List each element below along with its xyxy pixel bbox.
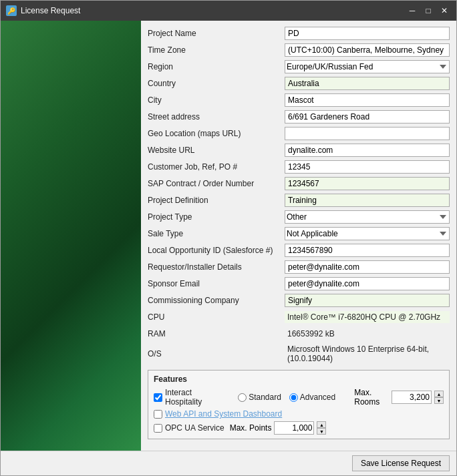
close-button[interactable]: ✕: [438, 4, 451, 17]
geo-row: Geo Location (maps URL): [148, 126, 450, 141]
radio-group: Standard Advanced Max. Rooms ▲ ▼: [238, 388, 444, 407]
region-label: Region: [148, 62, 285, 71]
region-row: Region Europe/UK/Russian Fed Asia Pacifi…: [148, 59, 450, 74]
features-title: Features: [154, 375, 444, 384]
standard-radio[interactable]: [238, 393, 247, 402]
website-label: Website URL: [148, 146, 285, 155]
project-def-label: Project Definition: [148, 196, 285, 205]
geo-label: Geo Location (maps URL): [148, 129, 285, 138]
sidebar: [1, 21, 141, 451]
website-row: Website URL: [148, 143, 450, 158]
os-label: O/S: [148, 349, 285, 359]
max-points-down[interactable]: ▼: [317, 428, 326, 435]
country-input[interactable]: [285, 77, 450, 90]
max-points-input[interactable]: [274, 421, 314, 435]
ram-row: RAM 16653992 kB: [148, 326, 450, 341]
sale-type-label: Sale Type: [148, 229, 285, 238]
window-icon: 🔑: [6, 5, 17, 16]
project-type-row: Project Type Other New Build Retrofit Re…: [148, 210, 450, 224]
cpu-row: CPU Intel® Core™ i7-6820HQ CPU @ 2.70GHz: [148, 310, 450, 324]
web-api-row: Web API and System Dashboard: [154, 409, 444, 419]
timezone-label: Time Zone: [148, 45, 285, 55]
opc-ua-label[interactable]: OPC UA Service: [154, 423, 224, 433]
max-points-spinner: ▲ ▼: [317, 421, 326, 435]
main-window: 🔑 License Request ─ □ ✕ Project Name Tim…: [0, 0, 457, 476]
advanced-label-text: Advanced: [300, 393, 335, 402]
max-points-label: Max. Points: [230, 423, 272, 433]
max-points-group: Max. Points ▲ ▼: [230, 421, 327, 435]
timezone-row: Time Zone: [148, 43, 450, 57]
street-label: Street address: [148, 112, 285, 122]
sale-type-select[interactable]: Not Applicable Direct Indirect Online: [285, 227, 450, 240]
city-input[interactable]: [285, 93, 450, 107]
street-input[interactable]: [285, 110, 450, 124]
minimize-button[interactable]: ─: [406, 4, 419, 17]
web-api-label[interactable]: Web API and System Dashboard: [154, 409, 444, 419]
standard-radio-label[interactable]: Standard: [238, 393, 281, 402]
max-rooms-down[interactable]: ▼: [434, 397, 444, 404]
opc-row: OPC UA Service Max. Points ▲ ▼: [154, 421, 444, 435]
country-row: Country: [148, 76, 450, 91]
save-license-button[interactable]: Save License Request: [352, 455, 450, 471]
project-name-row: Project Name: [148, 26, 450, 41]
project-def-input[interactable]: [285, 194, 450, 207]
project-type-select[interactable]: Other New Build Retrofit Renovation: [285, 210, 450, 224]
features-section: Features Interact Hospitality Standard: [148, 370, 450, 439]
window-controls: ─ □ ✕: [406, 4, 451, 17]
interact-hospitality-checkbox[interactable]: [154, 393, 162, 402]
project-name-label: Project Name: [148, 29, 285, 38]
geo-input[interactable]: [285, 127, 450, 140]
max-rooms-spinner: ▲ ▼: [434, 391, 444, 404]
customer-job-row: Customer Job, Ref, PO #: [148, 160, 450, 174]
content-area: Project Name Time Zone Region Europe/UK/…: [1, 21, 456, 451]
interact-hospitality-text: Interact Hospitality: [165, 388, 227, 407]
main-panel: Project Name Time Zone Region Europe/UK/…: [141, 21, 456, 451]
project-name-input[interactable]: [285, 27, 450, 40]
sponsor-row: Sponsor Email: [148, 276, 450, 291]
maximize-button[interactable]: □: [422, 4, 435, 17]
commission-input[interactable]: [285, 294, 450, 307]
web-api-checkbox[interactable]: [154, 410, 162, 419]
requestor-row: Requestor/Installer Details: [148, 260, 450, 274]
street-row: Street address: [148, 109, 450, 124]
window-title: License Request: [21, 6, 406, 15]
commission-label: Commissioning Company: [148, 296, 285, 305]
website-input[interactable]: [285, 144, 450, 157]
country-label: Country: [148, 79, 285, 88]
opc-ua-checkbox[interactable]: [154, 424, 162, 433]
requestor-input[interactable]: [285, 260, 450, 274]
os-row: O/S Microsoft Windows 10 Enterprise 64-b…: [148, 343, 450, 365]
advanced-radio[interactable]: [289, 393, 298, 402]
city-label: City: [148, 95, 285, 105]
footer: Save License Request: [1, 451, 456, 475]
project-def-row: Project Definition: [148, 193, 450, 208]
ram-label: RAM: [148, 329, 285, 338]
sap-label: SAP Contract / Order Number: [148, 179, 285, 188]
sap-row: SAP Contract / Order Number: [148, 176, 450, 191]
standard-label-text: Standard: [249, 393, 281, 402]
local-opp-input[interactable]: [285, 244, 450, 257]
customer-job-label: Customer Job, Ref, PO #: [148, 162, 285, 172]
title-bar: 🔑 License Request ─ □ ✕: [1, 1, 456, 21]
os-value: Microsoft Windows 10 Enterprise 64-bit, …: [285, 343, 450, 365]
max-points-up[interactable]: ▲: [317, 421, 326, 428]
opc-ua-text: OPC UA Service: [165, 423, 224, 433]
city-row: City: [148, 93, 450, 107]
cpu-label: CPU: [148, 312, 285, 322]
interact-hospitality-label[interactable]: Interact Hospitality: [154, 388, 227, 407]
customer-job-input[interactable]: [285, 160, 450, 174]
max-rooms-up[interactable]: ▲: [434, 391, 444, 397]
sponsor-input[interactable]: [285, 277, 450, 290]
cpu-value: Intel® Core™ i7-6820HQ CPU @ 2.70GHz: [285, 311, 450, 323]
sap-input[interactable]: [285, 177, 450, 190]
sponsor-label: Sponsor Email: [148, 279, 285, 288]
region-select[interactable]: Europe/UK/Russian Fed Asia Pacific Ameri…: [285, 60, 450, 73]
max-rooms-input[interactable]: [392, 391, 432, 404]
advanced-radio-label[interactable]: Advanced: [289, 393, 335, 402]
commission-row: Commissioning Company: [148, 293, 450, 308]
timezone-input[interactable]: [285, 43, 450, 57]
web-api-text[interactable]: Web API and System Dashboard: [165, 409, 282, 419]
local-opp-row: Local Opportunity ID (Salesforce #): [148, 243, 450, 258]
ram-value: 16653992 kB: [285, 328, 450, 340]
interact-hospitality-row: Interact Hospitality Standard Advanced M…: [154, 388, 444, 407]
